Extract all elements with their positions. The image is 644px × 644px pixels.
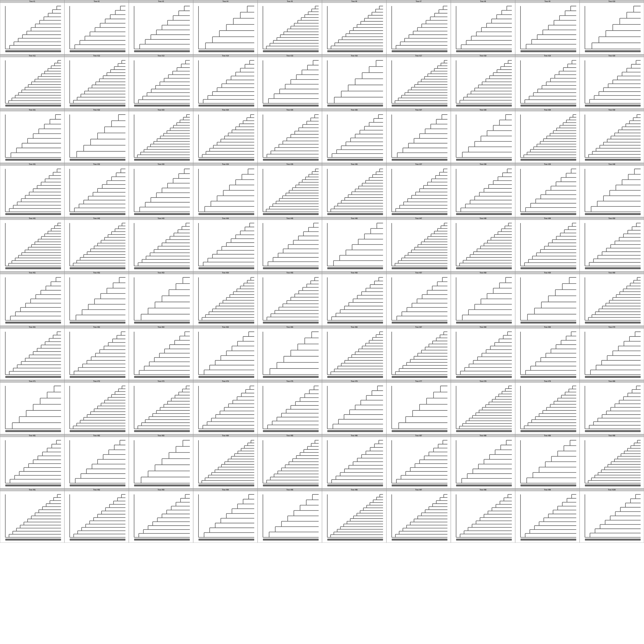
tree-cell-66[interactable]: Tree #66 [322, 326, 386, 380]
tree-cell-9[interactable]: Tree #9 [515, 0, 580, 54]
tree-cell-69[interactable]: Tree #69 [515, 326, 580, 380]
tree-cell-2[interactable]: Tree #2 [64, 0, 129, 54]
tree-cell-60[interactable]: Tree #60 [580, 271, 644, 326]
tree-cell-34[interactable]: Tree #34 [193, 163, 258, 217]
tree-cell-19[interactable]: Tree #19 [515, 54, 580, 109]
tree-cell-42[interactable]: Tree #42 [64, 217, 129, 271]
tree-cell-55[interactable]: Tree #55 [258, 271, 322, 326]
tree-cell-46[interactable]: Tree #46 [322, 217, 386, 271]
tree-cell-80[interactable]: Tree #80 [580, 380, 644, 434]
tree-cell-12[interactable]: Tree #12 [64, 54, 129, 109]
tree-cell-32[interactable]: Tree #32 [64, 163, 129, 217]
tree-cell-45[interactable]: Tree #45 [258, 217, 322, 271]
tree-cell-22[interactable]: Tree #22 [64, 109, 129, 163]
tree-cell-25[interactable]: Tree #25 [258, 109, 322, 163]
tree-cell-52[interactable]: Tree #52 [64, 271, 129, 326]
tree-cell-54[interactable]: Tree #54 [193, 271, 258, 326]
tree-cell-88[interactable]: Tree #88 [451, 434, 515, 489]
tree-cell-57[interactable]: Tree #57 [386, 271, 451, 326]
tree-cell-72[interactable]: Tree #72 [64, 380, 129, 434]
tree-cell-92[interactable]: Tree #92 [64, 488, 129, 543]
tree-cell-83[interactable]: Tree #83 [129, 434, 193, 489]
tree-cell-79[interactable]: Tree #79 [515, 380, 580, 434]
tree-cell-87[interactable]: Tree #87 [386, 434, 451, 489]
tree-cell-75[interactable]: Tree #75 [258, 380, 322, 434]
tree-cell-59[interactable]: Tree #59 [515, 271, 580, 326]
tree-cell-49[interactable]: Tree #49 [515, 217, 580, 271]
tree-cell-68[interactable]: Tree #68 [451, 326, 515, 380]
tree-cell-76[interactable]: Tree #76 [322, 380, 386, 434]
tree-cell-50[interactable]: Tree #50 [580, 217, 644, 271]
tree-cell-84[interactable]: Tree #84 [193, 434, 258, 489]
tree-cell-41[interactable]: Tree #41 [0, 217, 64, 271]
tree-cell-61[interactable]: Tree #61 [0, 326, 64, 380]
tree-cell-95[interactable]: Tree #95 [258, 488, 322, 543]
tree-cell-65[interactable]: Tree #65 [258, 326, 322, 380]
tree-cell-6[interactable]: Tree #6 [322, 0, 386, 54]
tree-cell-35[interactable]: Tree #35 [258, 163, 322, 217]
tree-cell-89[interactable]: Tree #89 [515, 434, 580, 489]
tree-cell-36[interactable]: Tree #36 [322, 163, 386, 217]
tree-cell-94[interactable]: Tree #94 [193, 488, 258, 543]
tree-cell-37[interactable]: Tree #37 [386, 163, 451, 217]
tree-cell-15[interactable]: Tree #15 [258, 54, 322, 109]
tree-cell-47[interactable]: Tree #47 [386, 217, 451, 271]
tree-cell-98[interactable]: Tree #98 [451, 488, 515, 543]
tree-cell-18[interactable]: Tree #18 [451, 54, 515, 109]
tree-cell-21[interactable]: Tree #21 [0, 109, 64, 163]
tree-cell-28[interactable]: Tree #28 [451, 109, 515, 163]
tree-cell-90[interactable]: Tree #90 [580, 434, 644, 489]
tree-cell-44[interactable]: Tree #44 [193, 217, 258, 271]
tree-cell-3[interactable]: Tree #3 [129, 0, 193, 54]
tree-cell-4[interactable]: Tree #4 [193, 0, 258, 54]
tree-cell-96[interactable]: Tree #96 [322, 488, 386, 543]
tree-cell-56[interactable]: Tree #56 [322, 271, 386, 326]
tree-cell-8[interactable]: Tree #8 [451, 0, 515, 54]
tree-cell-38[interactable]: Tree #38 [451, 163, 515, 217]
tree-cell-73[interactable]: Tree #73 [129, 380, 193, 434]
tree-cell-7[interactable]: Tree #7 [386, 0, 451, 54]
tree-cell-10[interactable]: Tree #10 [580, 0, 644, 54]
tree-cell-23[interactable]: Tree #23 [129, 109, 193, 163]
tree-cell-20[interactable]: Tree #20 [580, 54, 644, 109]
tree-cell-11[interactable]: Tree #11 [0, 54, 64, 109]
tree-cell-1[interactable]: Tree #1 [0, 0, 64, 54]
tree-cell-26[interactable]: Tree #26 [322, 109, 386, 163]
tree-cell-100[interactable]: Tree #100 [580, 488, 644, 543]
tree-cell-17[interactable]: Tree #17 [386, 54, 451, 109]
tree-cell-97[interactable]: Tree #97 [386, 488, 451, 543]
tree-cell-29[interactable]: Tree #29 [515, 109, 580, 163]
tree-cell-70[interactable]: Tree #70 [580, 326, 644, 380]
tree-cell-86[interactable]: Tree #86 [322, 434, 386, 489]
tree-cell-24[interactable]: Tree #24 [193, 109, 258, 163]
tree-cell-82[interactable]: Tree #82 [64, 434, 129, 489]
tree-cell-71[interactable]: Tree #71 [0, 380, 64, 434]
tree-cell-62[interactable]: Tree #62 [64, 326, 129, 380]
tree-cell-93[interactable]: Tree #93 [129, 488, 193, 543]
tree-cell-13[interactable]: Tree #13 [129, 54, 193, 109]
tree-cell-78[interactable]: Tree #78 [451, 380, 515, 434]
tree-cell-99[interactable]: Tree #99 [515, 488, 580, 543]
tree-cell-91[interactable]: Tree #91 [0, 488, 64, 543]
tree-cell-30[interactable]: Tree #30 [580, 109, 644, 163]
tree-cell-31[interactable]: Tree #31 [0, 163, 64, 217]
tree-cell-64[interactable]: Tree #64 [193, 326, 258, 380]
tree-cell-81[interactable]: Tree #81 [0, 434, 64, 489]
tree-cell-33[interactable]: Tree #33 [129, 163, 193, 217]
tree-cell-63[interactable]: Tree #63 [129, 326, 193, 380]
tree-cell-51[interactable]: Tree #51 [0, 271, 64, 326]
tree-cell-85[interactable]: Tree #85 [258, 434, 322, 489]
tree-cell-67[interactable]: Tree #67 [386, 326, 451, 380]
tree-cell-5[interactable]: Tree #5 [258, 0, 322, 54]
tree-cell-39[interactable]: Tree #39 [515, 163, 580, 217]
tree-cell-40[interactable]: Tree #40 [580, 163, 644, 217]
tree-cell-74[interactable]: Tree #74 [193, 380, 258, 434]
tree-cell-43[interactable]: Tree #43 [129, 217, 193, 271]
tree-cell-53[interactable]: Tree #53 [129, 271, 193, 326]
tree-cell-27[interactable]: Tree #27 [386, 109, 451, 163]
tree-cell-16[interactable]: Tree #16 [322, 54, 386, 109]
tree-cell-48[interactable]: Tree #48 [451, 217, 515, 271]
tree-cell-77[interactable]: Tree #77 [386, 380, 451, 434]
tree-cell-58[interactable]: Tree #58 [451, 271, 515, 326]
tree-cell-14[interactable]: Tree #14 [193, 54, 258, 109]
